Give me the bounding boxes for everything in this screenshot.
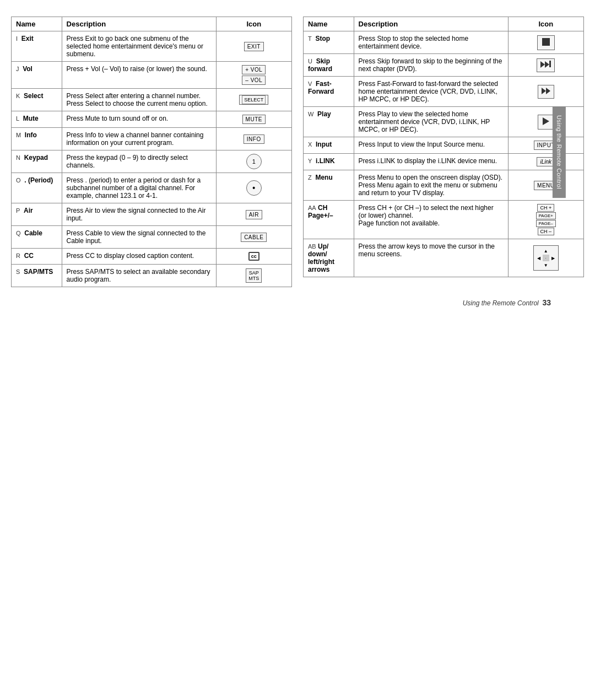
table-row: I Exit Press Exit to go back one submenu… — [12, 31, 292, 62]
row-key-o: O — [16, 177, 21, 184]
table-row: W Play Press Play to view the selected h… — [304, 107, 584, 137]
row-desc-skip: Press Skip forward to skip to the beginn… — [359, 57, 502, 73]
right-header-icon: Icon — [508, 17, 583, 31]
row-desc-cable: Press Cable to view the signal connected… — [67, 229, 206, 245]
ff-icon — [538, 85, 554, 99]
right-table: Name Description Icon T Stop Press Stop … — [303, 17, 584, 277]
table-row: S SAP/MTS Press SAP/MTS to select an ava… — [12, 265, 292, 287]
row-name-select: Select — [24, 92, 43, 100]
table-row: P Air Press Air to view the signal conne… — [12, 203, 292, 226]
row-name-exit: Exit — [21, 35, 34, 42]
row-name-ilink: i.LINK — [316, 157, 335, 165]
footer: Using the Remote Control 33 — [11, 298, 584, 307]
row-desc-cc: Press CC to display closed caption conte… — [67, 252, 194, 260]
arrows-icon: ▲ ◀ · ▶ ▼ — [533, 245, 559, 271]
air-icon: AIR — [246, 210, 262, 219]
row-desc-period: Press . (period) to enter a period or da… — [67, 176, 201, 200]
vol-icon: + VOL – VOL — [221, 65, 287, 85]
row-desc-sap: Press SAP/MTS to select an available sec… — [67, 268, 210, 283]
table-row: L Mute Press Mute to turn sound off or o… — [12, 111, 292, 128]
left-table-container: Name Description Icon I Exit Press Exit … — [11, 17, 292, 287]
row-name-menu: Menu — [315, 174, 332, 181]
row-name-info: Info — [25, 131, 37, 139]
row-desc-air: Press Air to view the signal connected t… — [67, 207, 206, 222]
right-table-container: Name Description Icon T Stop Press Stop … — [303, 17, 584, 287]
row-desc-info: Press Info to view a channel banner cont… — [67, 131, 204, 147]
row-desc-vol: Press + Vol (– Vol) to raise (or lower) … — [67, 65, 207, 73]
row-key-n: N — [16, 154, 20, 161]
row-name-play: Play — [317, 110, 331, 118]
table-row: M Info Press Info to view a channel bann… — [12, 128, 292, 150]
row-key-j: J — [16, 66, 19, 72]
row-key-s: S — [16, 268, 20, 275]
right-header-name: Name — [304, 17, 354, 31]
row-desc-stop: Press Stop to stop the selected home ent… — [359, 35, 468, 50]
left-table: Name Description Icon I Exit Press Exit … — [11, 17, 292, 287]
stop-icon — [537, 35, 555, 50]
row-desc-play: Press Play to view the selected home ent… — [359, 110, 490, 133]
row-key-q: Q — [16, 230, 21, 236]
row-name-keypad: Keypad — [24, 154, 48, 161]
row-name-cable: Cable — [24, 229, 42, 237]
row-key-z: Z — [308, 174, 312, 181]
table-row: N Keypad Press the keypad (0 – 9) to dir… — [12, 150, 292, 173]
row-key-v: V — [308, 80, 312, 87]
row-desc-ilink: Press i.LINK to display the i.LINK devic… — [359, 157, 497, 165]
row-name-ff: Fast-Forward — [308, 80, 334, 95]
row-name-vol: Vol — [23, 65, 33, 73]
left-header-name: Name — [12, 17, 62, 31]
left-header-icon: Icon — [216, 17, 291, 31]
play-icon — [538, 115, 554, 130]
period-icon: • — [246, 180, 262, 196]
row-name-stop: Stop — [315, 35, 330, 42]
row-key-t: T — [308, 35, 312, 42]
keypad-icon: 1 — [246, 154, 262, 169]
row-desc-exit: Press Exit to go back one submenu of the… — [67, 35, 203, 58]
select-icon: SELECT — [239, 95, 268, 105]
row-name-input: Input — [316, 141, 332, 148]
row-key-i: I — [16, 35, 18, 42]
cable-icon: CABLE — [241, 233, 267, 242]
row-key-r: R — [16, 252, 20, 259]
cc-icon: cc — [248, 252, 259, 261]
mute-icon: MUTE — [242, 115, 266, 124]
row-key-u: U — [308, 58, 312, 64]
page-plus-icon: PAGE+ — [536, 212, 556, 219]
exit-icon: EXIT — [244, 42, 264, 51]
row-key-l: L — [16, 115, 19, 122]
row-desc-select: Press Select after entering a channel nu… — [67, 92, 208, 107]
table-row: R CC Press CC to display closed caption … — [12, 249, 292, 265]
main-container: Name Description Icon I Exit Press Exit … — [11, 17, 584, 287]
vol-minus-icon: – VOL — [242, 76, 266, 85]
row-desc-menu: Press Menu to open the onscreen display … — [359, 174, 502, 197]
row-name-sap: SAP/MTS — [24, 268, 53, 276]
row-name-period: . (Period) — [24, 176, 53, 184]
row-desc-input: Press Input to view the Input Source men… — [359, 141, 485, 148]
table-row: AB Up/down/left/rightarrows Press the ar… — [304, 239, 584, 277]
left-header-desc: Description — [62, 17, 216, 31]
table-row: U Skipforward Press Skip forward to skip… — [304, 54, 584, 77]
ch-minus-icon: CH – — [538, 228, 555, 235]
row-key-ab: AB — [308, 243, 316, 250]
table-row: V Fast-Forward Press Fast-Forward to fas… — [304, 77, 584, 107]
row-key-y: Y — [308, 158, 312, 164]
row-key-k: K — [16, 93, 20, 99]
ch-plus-icon: CH + — [537, 204, 554, 212]
row-name-air: Air — [24, 207, 33, 214]
row-name-cc: CC — [24, 252, 34, 260]
page-number: 33 — [542, 298, 551, 307]
table-row: O . (Period) Press . (period) to enter a… — [12, 173, 292, 203]
right-header-desc: Description — [354, 17, 508, 31]
table-row: T Stop Press Stop to stop the selected h… — [304, 31, 584, 54]
row-desc-ff: Press Fast-Forward to fast-forward the s… — [359, 80, 498, 103]
row-key-m: M — [16, 132, 21, 138]
sap-mts-icon: SAP MTS — [246, 268, 262, 283]
skip-forward-icon — [537, 58, 555, 72]
sidebar-tab: Using the Remote Control — [553, 106, 566, 198]
ch-icon: CH + PAGE+ PAGE– CH – — [513, 204, 579, 235]
page-minus-icon: PAGE– — [536, 220, 556, 227]
table-row: Z Menu Press Menu to open the onscreen d… — [304, 170, 584, 201]
row-key-w: W — [308, 111, 313, 117]
row-desc-ch: Press CH + (or CH –) to select the next … — [359, 204, 494, 227]
table-row: X Input Press Input to view the Input So… — [304, 137, 584, 154]
